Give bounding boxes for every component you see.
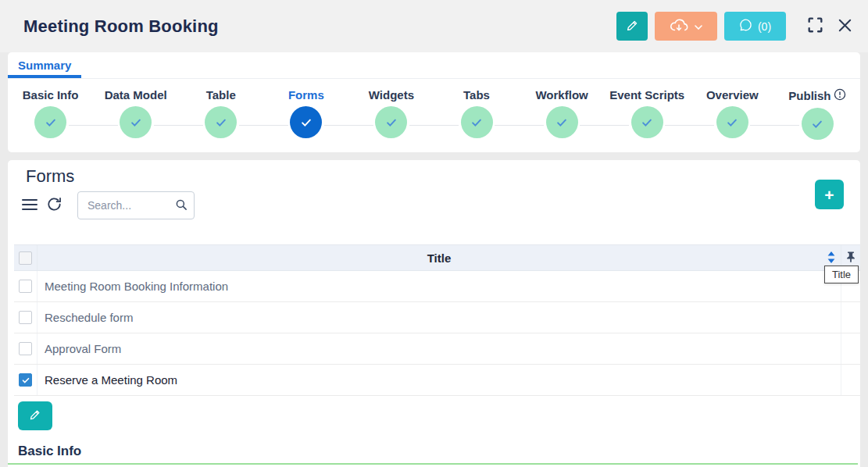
step-data-model[interactable]: Data Model: [93, 88, 178, 140]
publish-dropdown-button[interactable]: [655, 12, 717, 41]
wizard-stepper: Basic Info Data Model Table Forms Widget…: [8, 79, 860, 140]
row-checkbox-cell: [14, 333, 38, 364]
chevron-down-icon: [695, 20, 702, 32]
basic-info-section-title: Basic Info: [18, 444, 860, 459]
forms-panel-title: Forms: [8, 160, 860, 187]
row-pin-cell: [841, 365, 860, 395]
step-workflow[interactable]: Workflow: [520, 88, 605, 140]
row-title: Reserve a Meeting Room: [38, 373, 177, 387]
step-check-circle: [205, 106, 237, 138]
row-title: Approval Form: [38, 342, 121, 355]
window-header: Meeting Room Booking (0): [0, 0, 868, 52]
pencil-icon: [29, 408, 41, 423]
card-gap: [0, 152, 868, 160]
row-title-cell: Approval Form: [38, 333, 841, 364]
row-checkbox-cell: [14, 302, 38, 333]
row-checkbox-cell: [14, 365, 38, 395]
pin-tooltip: Title: [824, 266, 859, 283]
row-checkbox[interactable]: [19, 280, 32, 293]
title-column-header[interactable]: Title: [38, 245, 841, 270]
row-title-cell: Reserve a Meeting Room: [38, 365, 841, 395]
forms-table: Title Title Meeting Room Booking Informa…: [14, 244, 860, 396]
tab-bar: Summary: [8, 52, 860, 79]
page-title: Meeting Room Booking: [23, 16, 219, 37]
row-pin-cell: [841, 302, 860, 333]
row-title: Reschedule form: [38, 311, 133, 324]
row-checkbox-cell: [14, 271, 38, 301]
step-check-circle: [631, 106, 663, 138]
forms-panel: Forms + Title: [8, 160, 860, 467]
table-header-row: Title Title: [14, 244, 860, 271]
step-check-circle: [546, 106, 578, 138]
search-box: [77, 191, 195, 219]
step-overview[interactable]: Overview: [690, 88, 775, 140]
step-check-circle: [802, 108, 834, 140]
step-tabs[interactable]: Tabs: [434, 88, 519, 140]
column-header-label: Title: [38, 251, 841, 265]
select-all-checkbox[interactable]: [19, 251, 32, 265]
check-icon: [214, 116, 228, 130]
check-icon: [640, 116, 654, 130]
fullscreen-button[interactable]: [805, 16, 825, 37]
step-forms[interactable]: Forms: [263, 88, 348, 140]
summary-card: Summary Basic Info Data Model Table Form…: [8, 52, 860, 152]
table-row[interactable]: Reschedule form: [14, 302, 860, 333]
check-icon: [725, 116, 739, 130]
header-checkbox-cell: [14, 245, 38, 270]
step-check-circle: [290, 106, 322, 138]
fullscreen-icon: [805, 16, 825, 37]
pin-icon[interactable]: [845, 251, 856, 266]
close-button[interactable]: [836, 16, 854, 37]
comment-count: (0): [758, 20, 771, 33]
row-checkbox[interactable]: [19, 311, 32, 324]
table-row[interactable]: Approval Form: [14, 333, 860, 365]
row-checkbox[interactable]: [19, 342, 32, 355]
menu-button[interactable]: [22, 198, 38, 213]
search-icon[interactable]: [174, 198, 188, 215]
check-icon: [810, 117, 824, 131]
sort-icon[interactable]: [827, 251, 836, 266]
step-check-circle: [716, 106, 748, 138]
check-icon: [470, 116, 484, 130]
forms-toolbar: [22, 191, 860, 219]
step-event-scripts[interactable]: Event Scripts: [605, 88, 690, 140]
refresh-button[interactable]: [46, 196, 63, 215]
section-divider: [8, 463, 858, 465]
cloud-download-icon: [670, 18, 688, 35]
warning-icon: [834, 88, 846, 103]
add-form-button[interactable]: +: [815, 180, 844, 209]
step-check-circle: [34, 106, 66, 138]
step-check-circle: [120, 106, 152, 138]
step-widgets[interactable]: Widgets: [348, 88, 434, 140]
refresh-icon: [46, 196, 63, 215]
comment-icon: [739, 19, 752, 34]
step-basic-info[interactable]: Basic Info: [8, 88, 93, 140]
check-icon: [555, 116, 569, 130]
edit-button[interactable]: [616, 12, 648, 41]
check-icon: [129, 116, 143, 130]
tab-summary[interactable]: Summary: [8, 52, 81, 78]
step-check-circle: [461, 106, 493, 138]
row-checkbox[interactable]: [19, 373, 32, 387]
row-title: Meeting Room Booking Information: [38, 280, 228, 293]
row-pin-cell: [841, 333, 860, 364]
comments-button[interactable]: (0): [724, 12, 786, 41]
step-table[interactable]: Table: [178, 88, 263, 140]
check-icon: [44, 116, 58, 130]
row-title-cell: Meeting Room Booking Information: [38, 271, 841, 301]
check-icon: [21, 376, 30, 385]
step-check-circle: [375, 106, 407, 138]
table-row[interactable]: Reserve a Meeting Room: [14, 365, 860, 396]
close-icon: [836, 16, 854, 37]
step-publish[interactable]: Publish: [775, 88, 860, 140]
check-icon: [384, 116, 398, 130]
edit-selected-button[interactable]: [18, 401, 52, 430]
table-row[interactable]: Meeting Room Booking Information: [14, 271, 860, 302]
hamburger-icon: [22, 198, 38, 213]
row-title-cell: Reschedule form: [38, 302, 841, 333]
pencil-icon: [626, 19, 639, 34]
check-icon: [299, 116, 313, 130]
